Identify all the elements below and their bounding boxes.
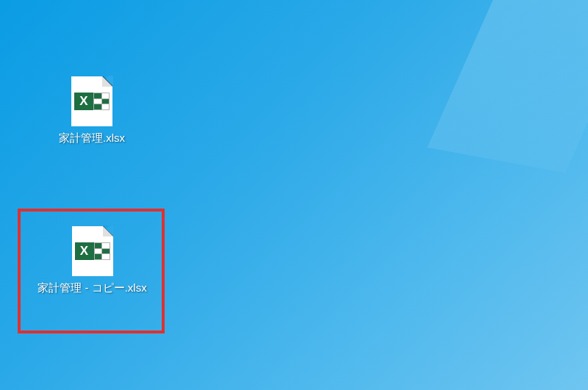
desktop-icon-excel-1[interactable]: X 家計管理.xlsx (48, 76, 136, 145)
excel-file-icon: X (71, 76, 112, 126)
desktop-icon-excel-2[interactable]: X 家計管理 - コピー.xlsx (35, 226, 149, 295)
desktop-icon-label: 家計管理.xlsx (59, 131, 125, 145)
excel-file-icon: X (72, 226, 113, 276)
desktop-icon-label: 家計管理 - コピー.xlsx (37, 281, 146, 295)
desktop-light-decoration (427, 0, 588, 173)
